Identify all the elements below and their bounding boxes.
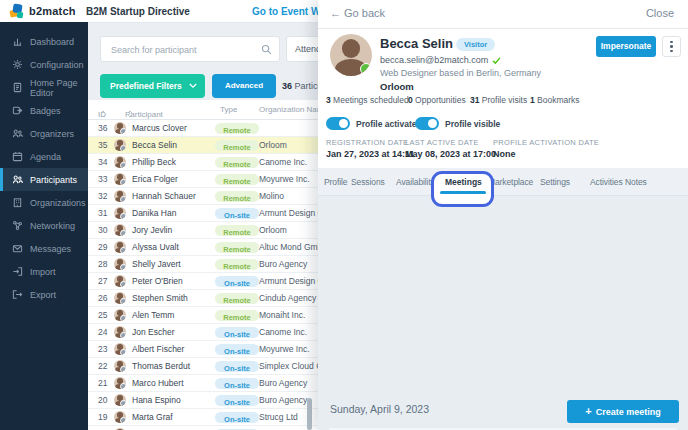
export-icon	[12, 289, 23, 300]
table-scrollbar[interactable]	[307, 398, 312, 430]
sidebar: Dashboard Configuration Home Page Editor…	[0, 22, 88, 430]
envelope-icon	[12, 243, 23, 254]
online-indicator	[360, 63, 372, 75]
type-badge: On-site	[215, 208, 259, 219]
tab-profile[interactable]: Profile	[324, 177, 347, 187]
impersonate-button[interactable]: Impersonate	[596, 36, 656, 57]
participant-detail-panel: ← Go back Close Becca Selin Visitor becc…	[318, 0, 688, 430]
sidebar-item-participants[interactable]: Participants	[0, 168, 88, 191]
sidebar-item-messages[interactable]: Messages	[0, 237, 88, 260]
type-badge: On-site	[215, 327, 259, 338]
calendar-icon	[12, 151, 23, 162]
search-box	[100, 36, 280, 62]
type-badge: Remote	[215, 174, 259, 185]
close-button[interactable]: Close	[646, 7, 674, 19]
participants-icon	[12, 174, 23, 185]
participant-avatar	[114, 173, 126, 185]
search-icon	[261, 44, 272, 55]
last-active-date-value: May 08, 2023 at 17:00	[405, 149, 496, 159]
profile-organization: Orloom	[380, 81, 414, 92]
registration-date-label: REGISTRATION DATE	[326, 138, 408, 147]
create-meeting-button[interactable]: +Create meeting	[567, 400, 679, 423]
profile-activated-label: Profile activated	[356, 119, 422, 129]
profile-visible-toggle[interactable]	[415, 117, 439, 130]
sidebar-item-import[interactable]: Import	[0, 260, 88, 283]
advanced-search-button[interactable]: Advanced Search	[212, 74, 276, 98]
profile-activation-date-label: PROFILE ACTIVATION DATE	[493, 138, 599, 147]
app-window: b2match B2M Startup Directive Go to Even…	[0, 0, 688, 430]
visitor-badge: Visitor	[456, 38, 495, 51]
search-input[interactable]	[109, 38, 261, 62]
stat-profile-visits: 31 Profile visits	[470, 95, 527, 105]
type-badge: Remote	[215, 293, 259, 304]
plus-icon: +	[585, 405, 591, 417]
type-badge: Remote	[215, 123, 259, 134]
tab-meetings[interactable]: Meetings	[445, 177, 482, 187]
profile-activation-date-value: None	[493, 149, 516, 159]
sort-icon	[127, 110, 133, 118]
participant-avatar	[114, 224, 126, 236]
meetings-list: Sunday, April 9, 2023 +Create meeting Be…	[318, 196, 688, 430]
type-badge: Remote	[215, 225, 259, 236]
sidebar-item-dashboard[interactable]: Dashboard	[0, 30, 88, 53]
type-badge: Remote	[215, 140, 259, 151]
participant-avatar	[114, 360, 126, 372]
kebab-icon	[663, 37, 680, 56]
participant-avatar	[114, 309, 126, 321]
type-badge: On-site	[215, 395, 259, 406]
verified-check-icon	[492, 56, 501, 65]
badge-icon	[12, 105, 23, 116]
participant-avatar	[114, 377, 126, 389]
type-badge: On-site	[215, 378, 259, 389]
profile-more-button[interactable]	[662, 36, 681, 57]
type-badge: On-site	[215, 276, 259, 287]
gear-icon	[12, 59, 23, 70]
sidebar-item-home-page-editor[interactable]: Home Page Editor	[0, 76, 88, 99]
type-badge: On-site	[215, 412, 259, 423]
participant-avatar	[114, 190, 126, 202]
participant-avatar	[114, 258, 126, 270]
panel-header: ← Go back Close	[318, 0, 688, 29]
stat-opportunities: 0 Opportunities	[408, 95, 466, 105]
sidebar-item-configuration[interactable]: Configuration	[0, 53, 88, 76]
sidebar-item-agenda[interactable]: Agenda	[0, 145, 88, 168]
tab-sessions[interactable]: Sessions	[351, 177, 385, 187]
participant-avatar	[114, 207, 126, 219]
tab-notes[interactable]: Notes	[625, 177, 647, 187]
type-badge: On-site	[215, 344, 259, 355]
b2match-logo[interactable]: b2match	[10, 4, 76, 18]
stat-bookmarks: 1 Bookmarks	[530, 95, 580, 105]
type-badge: Remote	[215, 259, 259, 270]
type-badge: Remote	[215, 191, 259, 202]
building-icon	[12, 197, 23, 208]
profile-visible-label: Profile visible	[445, 119, 500, 129]
tab-marketplace[interactable]: Marketplace	[488, 177, 533, 187]
participant-avatar	[114, 292, 126, 304]
type-badge: Remote	[215, 242, 259, 253]
tab-settings[interactable]: Settings	[540, 177, 570, 187]
registration-date-value: Jan 27, 2023 at 14:11	[326, 149, 415, 159]
tab-activities[interactable]: Activities	[590, 177, 623, 187]
type-badge: Remote	[215, 310, 259, 321]
predefined-filters-button[interactable]: Predefined Filters	[100, 74, 205, 98]
dashboard-icon	[12, 36, 23, 47]
sidebar-item-export[interactable]: Export	[0, 283, 88, 306]
sidebar-item-organizers[interactable]: Organizers	[0, 122, 88, 145]
participant-avatar	[114, 394, 126, 406]
sidebar-item-badges[interactable]: Badges	[0, 99, 88, 122]
sort-icon	[100, 110, 106, 118]
participant-avatar	[114, 156, 126, 168]
sidebar-item-organizations[interactable]: Organizations	[0, 191, 88, 214]
participant-avatar	[114, 326, 126, 338]
participant-avatar	[114, 122, 126, 134]
go-back-button[interactable]: ← Go back	[330, 7, 385, 19]
logo-text: b2match	[29, 5, 76, 17]
sidebar-item-networking[interactable]: Networking	[0, 214, 88, 237]
tab-availability[interactable]: Availability	[396, 177, 435, 187]
type-badge: Remote	[215, 157, 259, 168]
meeting-date-header: Sunday, April 9, 2023	[330, 403, 429, 415]
profile-activated-toggle[interactable]	[326, 117, 350, 130]
import-icon	[12, 266, 23, 277]
participant-avatar	[114, 411, 126, 423]
stat-meetings: 3 Meetings scheduled	[326, 95, 409, 105]
